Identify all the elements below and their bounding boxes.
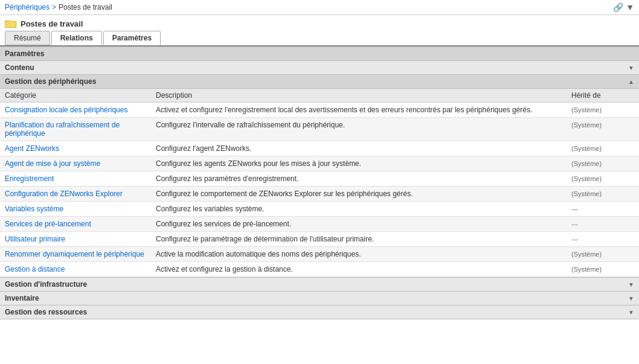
description-cell: Configurez le comportement de ZENworks E… — [151, 187, 567, 202]
inherited-cell: (Système) — [567, 171, 639, 187]
breadcrumb-separator: > — [52, 3, 56, 11]
table-row: Agent ZENworksConfigurez l'agent ZENwork… — [0, 141, 639, 156]
inherited-cell: (Système) — [567, 262, 639, 277]
description-cell: Configurez les variables système. — [151, 202, 567, 217]
breadcrumb: Périphériques > Postes de travail — [5, 3, 112, 11]
inherited-cell: (Système) — [567, 247, 639, 262]
dropdown-icon[interactable]: ▼ — [626, 2, 634, 12]
inventaire-collapse-icon: ▼ — [628, 295, 634, 302]
inherited-cell: --- — [567, 202, 639, 217]
section-parametres: Paramètres — [0, 46, 639, 61]
description-cell: Configurez le paramétrage de déterminati… — [151, 232, 567, 247]
category-link[interactable]: Agent de mise à jour système — [5, 159, 100, 168]
table-row: Utilisateur primaireConfigurez le paramé… — [0, 232, 639, 247]
table-row: Consignation locale des périphériquesAct… — [0, 103, 639, 118]
section-contenu[interactable]: Contenu ▼ — [0, 61, 639, 75]
svg-rect-2 — [5, 22, 16, 27]
page-header: Postes de travail Résumé Relations Param… — [0, 15, 639, 45]
table-header-row: Catégorie Description Hérité de — [0, 89, 639, 103]
tabs: Résumé Relations Paramètres — [5, 31, 634, 45]
inherited-cell: --- — [567, 217, 639, 232]
table-row: Planification du rafraîchissement de pér… — [0, 118, 639, 141]
bottom-sections: Gestion d'infrastructure ▼ Inventaire ▼ … — [0, 277, 639, 319]
th-description: Description — [151, 89, 567, 103]
description-cell: Configurez l'agent ZENworks. — [151, 141, 567, 156]
tab-parametres[interactable]: Paramètres — [103, 31, 161, 45]
category-link[interactable]: Enregistrement — [5, 174, 54, 183]
breadcrumb-current: Postes de travail — [59, 3, 112, 11]
section-gestion-infrastructure[interactable]: Gestion d'infrastructure ▼ — [0, 278, 639, 292]
category-link[interactable]: Agent ZENworks — [5, 144, 59, 153]
category-link[interactable]: Renommer dynamiquement le périphérique — [5, 250, 144, 258]
section-inventaire-label: Inventaire — [5, 294, 39, 302]
table-row: Variables systèmeConfigurez les variable… — [0, 202, 639, 217]
table-row: Renommer dynamiquement le périphériqueAc… — [0, 247, 639, 262]
section-contenu-label: Contenu — [5, 63, 34, 72]
table-row: Agent de mise à jour systèmeConfigurez l… — [0, 156, 639, 171]
page-title-row: Postes de travail — [5, 19, 634, 31]
infra-collapse-icon: ▼ — [628, 281, 634, 288]
link-icon[interactable]: 🔗 — [613, 2, 623, 12]
section-gestion-ressources[interactable]: Gestion des ressources ▼ — [0, 305, 639, 319]
category-link[interactable]: Gestion à distance — [5, 265, 65, 273]
th-inherited: Hérité de — [567, 89, 639, 103]
top-bar: Périphériques > Postes de travail 🔗 ▼ — [0, 0, 639, 15]
category-link[interactable]: Utilisateur primaire — [5, 235, 65, 243]
top-icons: 🔗 ▼ — [613, 2, 634, 12]
category-link[interactable]: Variables système — [5, 205, 63, 213]
table-row: Gestion à distanceActivez et configurez … — [0, 262, 639, 277]
table-row: Services de pré-lancementConfigurez les … — [0, 217, 639, 232]
page-title: Postes de travail — [21, 19, 83, 28]
inherited-cell: (Système) — [567, 103, 639, 118]
inherited-cell: --- — [567, 232, 639, 247]
section-gestion-peripheriques[interactable]: Gestion des périphériques ▲ — [0, 75, 639, 89]
description-cell: Configurez les agents ZENworks pour les … — [151, 156, 567, 171]
inherited-cell: (Système) — [567, 187, 639, 202]
ressources-collapse-icon: ▼ — [628, 309, 634, 316]
section-gestion-infra-label: Gestion d'infrastructure — [5, 280, 87, 289]
breadcrumb-parent[interactable]: Périphériques — [5, 3, 50, 11]
category-link[interactable]: Consignation locale des périphériques — [5, 106, 127, 114]
category-link[interactable]: Planification du rafraîchissement de pér… — [5, 121, 120, 138]
description-cell: Active la modification automatique des n… — [151, 247, 567, 262]
description-cell: Configurez les paramètres d'enregistreme… — [151, 171, 567, 187]
inherited-cell: (Système) — [567, 118, 639, 141]
description-cell: Configurez l'intervalle de rafraîchissem… — [151, 118, 567, 141]
table-row: EnregistrementConfigurez les paramètres … — [0, 171, 639, 187]
section-inventaire[interactable]: Inventaire ▼ — [0, 292, 639, 305]
contenu-collapse-icon: ▼ — [628, 65, 634, 71]
tab-relations[interactable]: Relations — [51, 31, 102, 45]
params-table: Catégorie Description Hérité de Consigna… — [0, 89, 639, 277]
gestion-collapse-icon: ▲ — [628, 78, 634, 85]
inherited-cell: (Système) — [567, 141, 639, 156]
description-cell: Activez et configurez l'enregistrement l… — [151, 103, 567, 118]
content-area: Paramètres Contenu ▼ Gestion des périphé… — [0, 45, 639, 319]
category-link[interactable]: Services de pré-lancement — [5, 220, 91, 228]
folder-icon — [5, 19, 17, 28]
description-cell: Configurez les services de pré-lancement… — [151, 217, 567, 232]
category-link[interactable]: Configuration de ZENworks Explorer — [5, 190, 123, 198]
inherited-cell: (Système) — [567, 156, 639, 171]
section-ressources-label: Gestion des ressources — [5, 308, 87, 316]
table-row: Configuration de ZENworks ExplorerConfig… — [0, 187, 639, 202]
tab-resume[interactable]: Résumé — [5, 31, 50, 45]
th-category: Catégorie — [0, 89, 151, 103]
section-gestion-label: Gestion des périphériques — [5, 77, 96, 86]
description-cell: Activez et configurez la gestion à dista… — [151, 262, 567, 277]
section-parametres-label: Paramètres — [5, 49, 44, 58]
